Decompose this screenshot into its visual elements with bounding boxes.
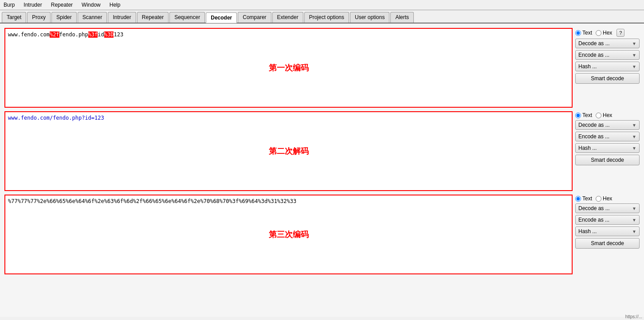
radio-row-2: Text Hex (575, 112, 640, 118)
radio-row-1: Text Hex ? (575, 29, 640, 37)
encode-as-button-2[interactable]: Encode as ... ▼ (575, 132, 640, 141)
panel-label-3: 第三次编码 (269, 229, 309, 240)
decoder-panel-1: www.fendo.com%2ffendo.php%3fid%3D123 第一次… (4, 28, 640, 108)
menu-burp[interactable]: Burp (2, 1, 16, 9)
smart-decode-button-2[interactable]: Smart decode (575, 155, 640, 165)
text-content-1: www.fendo.com%2ffendo.php%3fid%3D123 (5, 29, 572, 40)
decoder-panel-3: %77%77%77%2e%66%65%6e%64%6f%2e%63%6f%6d%… (4, 195, 640, 274)
text-area-2[interactable]: www.fendo.com/fendo.php?id=123 第二次解码 (4, 111, 573, 191)
main-content: www.fendo.com%2ffendo.php%3fid%3D123 第一次… (0, 23, 644, 317)
highlight-2f: %2f (50, 31, 59, 38)
radio-hex-1[interactable] (596, 30, 601, 36)
decode-as-label-3: Decode as ... (578, 205, 610, 211)
text-id: id (98, 31, 104, 38)
tab-extender[interactable]: Extender (272, 12, 303, 23)
tab-comparer[interactable]: Comparer (238, 12, 271, 23)
decoder-panel-2: www.fendo.com/fendo.php?id=123 第二次解码 Tex… (4, 111, 640, 191)
tab-alerts[interactable]: Alerts (390, 12, 414, 23)
tab-spider[interactable]: Spider (51, 12, 77, 23)
encode-as-label-1: Encode as ... (578, 52, 609, 58)
tab-project-options[interactable]: Project options (304, 12, 349, 23)
hash-label-3: Hash ... (578, 228, 597, 234)
decode-arrow-2: ▼ (632, 123, 636, 128)
text-area-1[interactable]: www.fendo.com%2ffendo.php%3fid%3D123 第一次… (4, 28, 573, 108)
tab-sequencer[interactable]: Sequencer (169, 12, 205, 23)
controls-1: Text Hex ? Decode as ... ▼ Encode as ...… (575, 28, 640, 108)
text-fendo: fendo.php (59, 31, 88, 38)
controls-2: Text Hex Decode as ... ▼ Encode as ... ▼… (575, 111, 640, 191)
encode-as-button-1[interactable]: Encode as ... ▼ (575, 50, 640, 60)
encoded-text-3: %77%77%77%2e%66%65%6e%64%6f%2e%63%6f%6d%… (8, 198, 296, 204)
url-text-2: www.fendo.com/fendo.php?id=123 (8, 115, 104, 121)
menu-window[interactable]: Window (80, 1, 102, 9)
radio-hex-label-2[interactable]: Hex (596, 112, 612, 118)
decode-arrow-1: ▼ (632, 41, 636, 46)
radio-hex-label-1[interactable]: Hex (596, 30, 612, 36)
radio-text-3[interactable] (575, 196, 581, 202)
smart-decode-button-3[interactable]: Smart decode (575, 238, 640, 249)
decode-as-button-3[interactable]: Decode as ... ▼ (575, 203, 640, 213)
encode-arrow-1: ▼ (632, 53, 636, 58)
decode-as-label-1: Decode as ... (578, 40, 610, 47)
text-content-3: %77%77%77%2e%66%65%6e%64%6f%2e%63%6f%6d%… (5, 195, 572, 207)
hash-arrow-1: ▼ (632, 64, 636, 69)
decode-as-button-1[interactable]: Decode as ... ▼ (575, 39, 640, 48)
radio-hex-2[interactable] (596, 113, 601, 118)
encode-as-label-3: Encode as ... (578, 217, 609, 223)
tab-decoder[interactable]: Decoder (206, 12, 237, 23)
tab-bar: Target Proxy Spider Scanner Intruder Rep… (0, 10, 644, 23)
decode-as-button-2[interactable]: Decode as ... ▼ (575, 120, 640, 130)
hash-button-3[interactable]: Hash ... ▼ (575, 226, 640, 236)
tab-proxy[interactable]: Proxy (27, 12, 51, 23)
hash-label-1: Hash ... (578, 63, 597, 70)
smart-decode-button-1[interactable]: Smart decode (575, 73, 640, 84)
menu-repeater[interactable]: Repeater (49, 1, 75, 9)
encode-as-label-2: Encode as ... (578, 133, 609, 140)
radio-text-2[interactable] (575, 113, 581, 118)
radio-text-label-1[interactable]: Text (575, 30, 592, 36)
tab-scanner[interactable]: Scanner (78, 12, 107, 23)
hash-button-1[interactable]: Hash ... ▼ (575, 62, 640, 71)
menu-bar: Burp Intruder Repeater Window Help (0, 0, 644, 10)
hash-arrow-3: ▼ (632, 229, 636, 234)
controls-3: Text Hex Decode as ... ▼ Encode as ... ▼… (575, 195, 640, 274)
bottom-hint: https://... (624, 313, 644, 317)
radio-text-label-2[interactable]: Text (575, 112, 592, 118)
highlight-3d: %3D (104, 31, 114, 38)
encode-arrow-3: ▼ (632, 218, 636, 222)
radio-hex-label-3[interactable]: Hex (596, 195, 612, 202)
panel-label-1: 第一次编码 (269, 62, 309, 73)
radio-text-label-3[interactable]: Text (575, 195, 592, 202)
decode-as-label-2: Decode as ... (578, 122, 610, 128)
text-area-3[interactable]: %77%77%77%2e%66%65%6e%64%6f%2e%63%6f%6d%… (4, 195, 573, 274)
radio-hex-3[interactable] (596, 196, 601, 202)
tab-target[interactable]: Target (2, 12, 26, 23)
encode-as-button-3[interactable]: Encode as ... ▼ (575, 215, 640, 225)
hash-button-2[interactable]: Hash ... ▼ (575, 143, 640, 153)
menu-intruder[interactable]: Intruder (22, 1, 43, 9)
help-button-1[interactable]: ? (617, 29, 624, 37)
tab-intruder[interactable]: Intruder (108, 12, 136, 23)
encode-arrow-2: ▼ (632, 134, 636, 139)
hash-label-2: Hash ... (578, 145, 597, 151)
tab-repeater[interactable]: Repeater (137, 12, 169, 23)
radio-row-3: Text Hex (575, 195, 640, 202)
radio-text-1[interactable] (575, 30, 581, 36)
text-123: 123 (114, 31, 123, 38)
tab-user-options[interactable]: User options (350, 12, 389, 23)
hash-arrow-2: ▼ (632, 146, 636, 151)
text-prefix-1: www.fendo.com (8, 31, 50, 38)
panel-label-2: 第二次解码 (269, 146, 309, 156)
menu-help[interactable]: Help (108, 1, 122, 9)
highlight-3f: %3f (88, 31, 98, 38)
decode-arrow-3: ▼ (632, 206, 636, 211)
text-content-2: www.fendo.com/fendo.php?id=123 (5, 112, 572, 124)
